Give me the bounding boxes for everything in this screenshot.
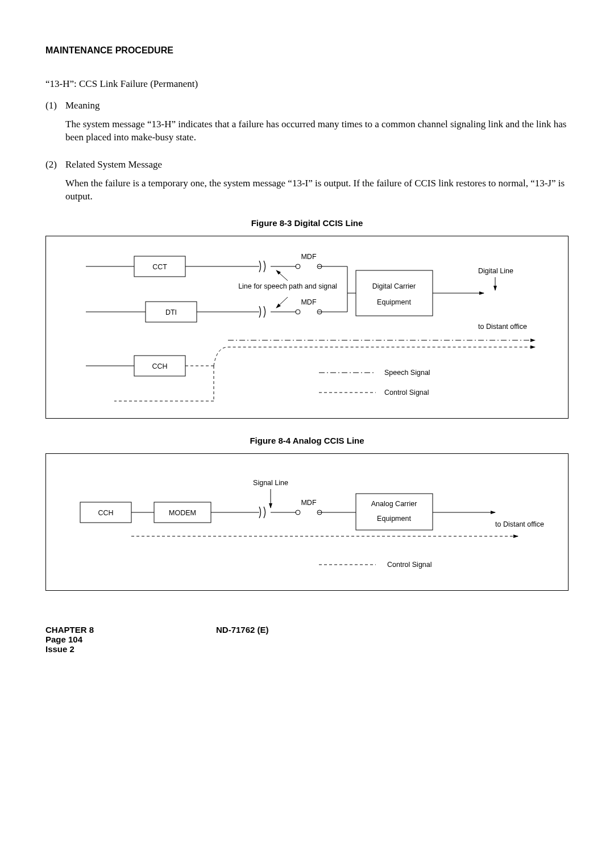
svg-point-37 — [296, 510, 300, 515]
sigline-label: Signal Line — [253, 479, 288, 487]
mdf1-label: MDF — [301, 253, 316, 261]
footer-chapter: CHAPTER 8 — [45, 625, 216, 635]
svg-point-4 — [296, 264, 300, 269]
item-2-num: (2) — [45, 159, 65, 170]
svg-rect-16 — [356, 270, 433, 316]
svg-rect-41 — [356, 494, 433, 530]
item-1-label: Meaning — [65, 100, 99, 111]
line-for-label: Line for speech path and signal — [238, 282, 337, 290]
cch-label: CCH — [152, 362, 167, 370]
modem-label: MODEM — [169, 509, 196, 517]
control-legend: Control Signal — [384, 389, 429, 397]
todist-label-2: to Distant office — [495, 520, 544, 528]
item-2-heading: (2) Related System Message — [45, 159, 569, 170]
footer-docno: ND-71762 (E) — [216, 625, 269, 654]
ace-label2: Equipment — [377, 515, 411, 523]
svg-point-11 — [296, 310, 300, 314]
speech-legend: Speech Signal — [384, 369, 430, 377]
dce-label1: Digital Carrier — [372, 282, 416, 290]
page-title: MAINTENANCE PROCEDURE — [45, 45, 569, 56]
page-footer: CHAPTER 8 Page 104 Issue 2 ND-71762 (E) — [45, 625, 569, 654]
item-2-body: When the failure is a temporary one, the… — [65, 177, 569, 203]
figure-8-3-caption: Figure 8-3 Digital CCIS Line — [45, 218, 569, 228]
digline-label: Digital Line — [478, 267, 513, 275]
item-1-heading: (1) Meaning — [45, 100, 569, 111]
ace-label1: Analog Carrier — [371, 500, 417, 508]
item-1-num: (1) — [45, 100, 65, 111]
item-1-body: The system message “13-H” indicates that… — [65, 118, 569, 144]
cch-label-2: CCH — [98, 509, 113, 517]
figure-8-4-caption: Figure 8-4 Analog CCIS Line — [45, 436, 569, 445]
item-2-label: Related System Message — [65, 159, 162, 170]
dce-label2: Equipment — [377, 298, 411, 306]
footer-issue: Issue 2 — [45, 644, 216, 654]
mdf-label-2: MDF — [301, 499, 316, 507]
todist-label: to Distant office — [478, 323, 527, 331]
figure-8-3: CCT MDF DTI MDF Line for speech path and… — [45, 236, 569, 419]
control-legend-2: Control Signal — [387, 561, 432, 569]
dti-label: DTI — [165, 308, 177, 316]
svg-line-15 — [276, 297, 288, 308]
figure-8-4: CCH MODEM Signal Line MDF Analog Carrier… — [45, 453, 569, 591]
mdf2-label: MDF — [301, 298, 316, 306]
cct-label: CCT — [152, 263, 167, 271]
footer-page: Page 104 — [45, 635, 216, 644]
message-code: “13-H”: CCS Link Failure (Permanent) — [45, 78, 569, 90]
svg-line-14 — [276, 270, 288, 281]
